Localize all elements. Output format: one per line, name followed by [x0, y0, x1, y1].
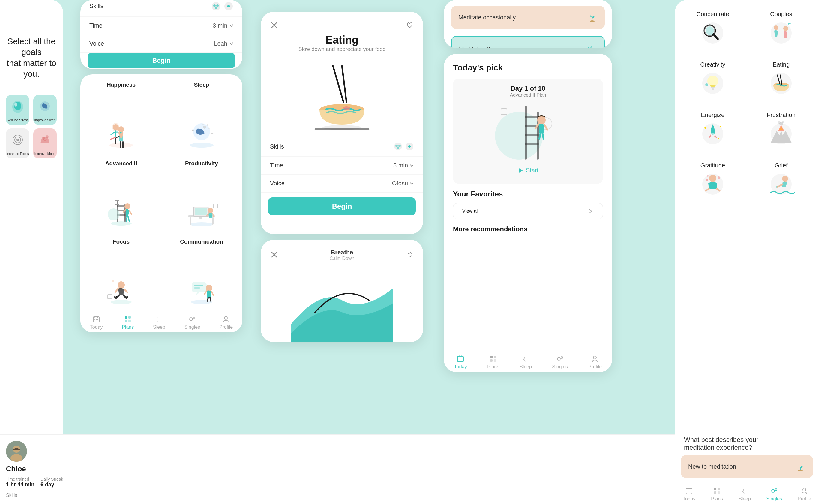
plan-productivity[interactable]: Productivity	[162, 154, 241, 232]
tab-profile-singles[interactable]: Profile	[798, 487, 811, 502]
eating-skill-icons	[394, 142, 414, 151]
single-creativity-label: Creativity	[700, 61, 725, 68]
svg-rect-64	[194, 285, 203, 286]
single-eating[interactable]: Eating	[748, 55, 814, 103]
tab-today-singles[interactable]: Today	[683, 487, 696, 502]
close-icon[interactable]	[270, 21, 278, 31]
eating-single-illustration	[765, 68, 798, 98]
eating-voice-row[interactable]: Voice Ofosu	[261, 175, 423, 193]
eating-begin-button[interactable]: Begin	[268, 197, 416, 215]
svg-rect-113	[459, 355, 460, 357]
svg-point-10	[17, 139, 18, 140]
eating-skills-row: Skills	[261, 137, 423, 157]
svg-rect-54	[195, 208, 207, 215]
single-concentrate[interactable]: Concentrate	[680, 5, 746, 53]
plan-advanced[interactable]: Advanced II	[82, 154, 161, 232]
plan-sleep[interactable]: Sleep ✦ ✦	[162, 76, 241, 153]
pick-illustration	[459, 103, 597, 163]
svg-point-128	[706, 26, 714, 35]
plan-focus-label: Focus	[113, 239, 130, 245]
svg-rect-63	[192, 282, 207, 293]
svg-point-150	[778, 121, 781, 124]
goal-increase-focus[interactable]: Increase Focus	[6, 128, 29, 158]
plan-sleep-label: Sleep	[194, 82, 209, 88]
time-value[interactable]: 3 min	[213, 22, 233, 29]
breathe-subtitle: Calm Down	[330, 256, 355, 261]
single-creativity[interactable]: Creativity	[680, 55, 746, 103]
pick-day: Day 1 of 10	[459, 85, 597, 92]
voice-value[interactable]: Leah	[214, 40, 234, 47]
tab-sleep-label: Sleep	[153, 325, 165, 330]
time-trained-stat: Time trained 1 hr 44 min	[6, 477, 35, 488]
svg-rect-108	[525, 134, 539, 136]
svg-point-131	[783, 26, 788, 31]
tab-sleep-main[interactable]: Sleep	[520, 355, 532, 370]
skill-icon-2	[224, 1, 233, 11]
voice-row-label: Voice	[89, 40, 104, 47]
single-energize[interactable]: Energize	[680, 106, 746, 154]
svg-point-169	[775, 489, 777, 491]
single-gratitude[interactable]: Gratitude	[680, 156, 746, 204]
eating-voice-value[interactable]: Ofosu	[392, 180, 414, 187]
single-grief[interactable]: Grief	[748, 156, 814, 204]
tab-plans-label: Plans	[122, 325, 134, 330]
singles-icon	[188, 315, 197, 323]
breathe-close-icon[interactable]	[270, 251, 278, 260]
plan-focus[interactable]: Focus	[82, 233, 161, 310]
tab-singles-active[interactable]: Singles	[767, 487, 782, 502]
voice-row[interactable]: Voice Leah	[80, 35, 242, 53]
eating-time-value[interactable]: 5 min	[393, 162, 414, 169]
svg-rect-60	[108, 295, 112, 299]
svg-rect-51	[190, 217, 191, 225]
meditate-often-option[interactable]: Meditate often	[451, 36, 605, 48]
today-tab-icon	[456, 355, 465, 363]
profile-icon	[222, 315, 230, 323]
single-couples[interactable]: Couples	[748, 5, 814, 53]
view-all-button[interactable]: View all	[453, 203, 603, 219]
goal-reduce-stress[interactable]: Reduce Stress	[6, 95, 29, 125]
tab-sleep-singles[interactable]: Sleep	[739, 487, 751, 502]
meditate-occasionally-option[interactable]: Meditate occasionally	[451, 6, 605, 29]
volume-icon[interactable]	[406, 251, 414, 260]
time-chevron-icon	[229, 23, 233, 28]
svg-point-66	[206, 285, 212, 291]
skills-label: Skills	[6, 493, 17, 498]
sleep-icon	[155, 315, 163, 323]
eating-time-row[interactable]: Time 5 min	[261, 157, 423, 175]
time-row[interactable]: Time 3 min	[80, 17, 242, 35]
tab-sleep[interactable]: Sleep	[153, 315, 165, 330]
meditation-question-area: What best describes your meditation expe…	[675, 430, 819, 455]
tab-profile-main[interactable]: Profile	[588, 355, 602, 370]
plan-happiness[interactable]: Happiness	[82, 76, 161, 153]
tab-profile[interactable]: Profile	[219, 315, 233, 330]
svg-rect-167	[718, 491, 720, 494]
single-frustration[interactable]: Frustration	[748, 106, 814, 154]
tab-today-main[interactable]: Today	[454, 355, 467, 370]
tab-plans[interactable]: Plans	[122, 315, 134, 330]
svg-point-77	[190, 318, 193, 321]
svg-rect-163	[690, 487, 691, 489]
eating-subtitle: Slow down and appreciate your food	[261, 46, 423, 53]
creativity-illustration	[696, 68, 729, 98]
new-to-meditation-option[interactable]: New to meditation	[681, 455, 813, 478]
tab-today[interactable]: Today	[90, 315, 103, 330]
tab-plans-main[interactable]: Plans	[487, 355, 499, 370]
sleep-tab-label: Sleep	[520, 364, 532, 370]
heart-icon[interactable]	[406, 21, 414, 31]
svg-point-120	[561, 357, 563, 359]
todays-pick-screen: Today's pick Day 1 of 10 Advanced II Pla…	[444, 54, 612, 372]
svg-rect-118	[494, 359, 496, 362]
tab-singles[interactable]: Singles	[185, 315, 200, 330]
goal-improve-sleep[interactable]: Improve Sleep	[33, 95, 57, 125]
more-recommendations-title: More recommendations	[453, 225, 603, 233]
tab-singles-main[interactable]: Singles	[552, 355, 568, 370]
plan-communication[interactable]: Communication	[162, 233, 241, 310]
svg-point-81	[224, 317, 227, 319]
begin-button-top[interactable]: Begin	[88, 53, 235, 68]
goal-improve-mood[interactable]: Improve Mood	[33, 128, 57, 158]
svg-text:✦: ✦	[211, 131, 214, 136]
svg-rect-166	[714, 491, 716, 494]
tab-plans-singles[interactable]: Plans	[711, 487, 723, 502]
svg-point-158	[782, 176, 788, 182]
svg-point-147	[718, 138, 719, 139]
